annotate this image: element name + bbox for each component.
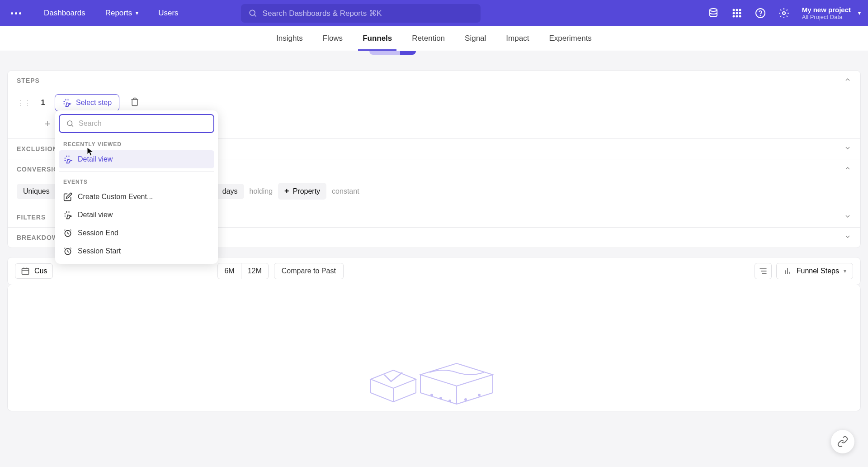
cursor-click-icon bbox=[62, 98, 71, 107]
filters-section-title: FILTERS bbox=[17, 214, 46, 221]
range-6m-button[interactable]: 6M bbox=[218, 263, 241, 279]
global-search[interactable]: Search Dashboards & Reports ⌘K bbox=[241, 4, 481, 23]
tab-signal[interactable]: Signal bbox=[465, 26, 486, 51]
dropdown-item-detail-view-recent[interactable]: Detail view bbox=[59, 150, 214, 168]
add-step-button[interactable]: + bbox=[42, 119, 53, 129]
help-button[interactable] bbox=[755, 8, 766, 19]
dropdown-item-label: Session Start bbox=[78, 247, 121, 255]
svg-line-1 bbox=[254, 15, 256, 17]
svg-point-3 bbox=[733, 10, 734, 11]
dropdown-item-session-end[interactable]: Session End bbox=[59, 224, 214, 242]
dropdown-divider bbox=[59, 171, 214, 172]
funnel-steps-selector[interactable]: Funnel Steps ▾ bbox=[776, 263, 853, 279]
nav-reports[interactable]: Reports ▾ bbox=[97, 5, 147, 21]
tab-retention[interactable]: Retention bbox=[412, 26, 445, 51]
date-range-custom-label: Cus bbox=[34, 267, 47, 275]
cursor-click-icon bbox=[63, 210, 72, 219]
svg-point-5 bbox=[739, 10, 741, 11]
app-menu-button[interactable] bbox=[7, 9, 25, 18]
database-icon bbox=[708, 8, 719, 19]
svg-point-14 bbox=[783, 12, 785, 14]
tab-experiments[interactable]: Experiments bbox=[549, 26, 591, 51]
select-step-button[interactable]: Select step bbox=[55, 94, 119, 111]
chevron-down-icon: ▾ bbox=[858, 10, 861, 16]
clock-icon bbox=[63, 247, 72, 256]
svg-point-11 bbox=[739, 16, 741, 17]
chevron-down-icon: ▾ bbox=[844, 268, 846, 274]
funnel-steps-label: Funnel Steps bbox=[797, 267, 839, 275]
step-number: 1 bbox=[38, 99, 47, 107]
property-label: Property bbox=[293, 187, 320, 195]
project-name: My new project bbox=[802, 6, 851, 14]
project-subtitle: All Project Data bbox=[802, 14, 851, 20]
svg-point-7 bbox=[736, 13, 737, 14]
dropdown-item-label: Detail view bbox=[78, 155, 113, 163]
tab-funnels[interactable]: Funnels bbox=[363, 26, 392, 51]
chart-placeholder bbox=[7, 285, 861, 411]
dropdown-search-input[interactable] bbox=[79, 119, 207, 128]
settings-button[interactable] bbox=[778, 8, 789, 19]
svg-point-9 bbox=[733, 16, 734, 17]
link-fab[interactable] bbox=[831, 430, 854, 453]
nav-users[interactable]: Users bbox=[150, 5, 186, 21]
step-selector-dropdown: RECENTLY VIEWED Detail view EVENTS Creat… bbox=[55, 110, 218, 264]
drag-handle-icon[interactable]: ⋮⋮ bbox=[17, 99, 31, 107]
chevron-down-icon: ▾ bbox=[136, 10, 138, 16]
svg-point-10 bbox=[736, 16, 737, 17]
nav-dashboards[interactable]: Dashboards bbox=[36, 5, 94, 21]
breakdowns-expand-toggle[interactable] bbox=[844, 233, 851, 242]
progress-pill bbox=[369, 51, 416, 55]
svg-point-27 bbox=[449, 400, 451, 402]
filters-expand-toggle[interactable] bbox=[844, 213, 851, 222]
conversion-holding-text: holding bbox=[250, 187, 273, 195]
svg-line-31 bbox=[71, 125, 73, 126]
dropdown-search-container bbox=[59, 114, 214, 133]
time-range-group: 6M 12M bbox=[217, 263, 268, 279]
recently-viewed-label: RECENTLY VIEWED bbox=[59, 137, 214, 150]
project-selector[interactable]: My new project All Project Data ▾ bbox=[802, 6, 861, 20]
conversion-property-button[interactable]: + Property bbox=[278, 183, 326, 200]
grid-icon bbox=[731, 8, 742, 19]
tab-impact[interactable]: Impact bbox=[506, 26, 529, 51]
search-icon bbox=[248, 9, 257, 18]
bar-chart-icon bbox=[783, 267, 792, 276]
chevron-down-icon bbox=[844, 213, 851, 220]
conversion-days-chip[interactable]: days bbox=[216, 184, 244, 199]
lexicon-button[interactable] bbox=[708, 8, 719, 19]
link-icon bbox=[837, 436, 848, 447]
conversion-uniques-chip[interactable]: Uniques bbox=[17, 184, 56, 199]
svg-point-26 bbox=[440, 397, 442, 399]
select-step-label: Select step bbox=[76, 99, 112, 107]
edit-icon bbox=[63, 192, 72, 201]
tab-flows[interactable]: Flows bbox=[323, 26, 343, 51]
help-icon bbox=[755, 8, 766, 19]
empty-state-illustration bbox=[353, 348, 515, 411]
nav-reports-label: Reports bbox=[105, 9, 132, 18]
dropdown-item-label: Session End bbox=[78, 229, 118, 237]
dropdown-item-label: Detail view bbox=[78, 211, 113, 219]
list-view-button[interactable] bbox=[755, 263, 772, 279]
dropdown-item-detail-view[interactable]: Detail view bbox=[59, 206, 214, 224]
chevron-down-icon bbox=[844, 233, 851, 240]
tab-insights[interactable]: Insights bbox=[276, 26, 303, 51]
svg-point-28 bbox=[465, 399, 467, 400]
chevron-up-icon bbox=[844, 76, 851, 83]
plus-icon: + bbox=[284, 186, 289, 196]
svg-point-13 bbox=[760, 15, 760, 16]
svg-point-25 bbox=[431, 394, 433, 396]
svg-point-6 bbox=[733, 13, 734, 14]
clock-icon bbox=[63, 229, 72, 238]
compare-to-past-button[interactable]: Compare to Past bbox=[274, 263, 344, 279]
steps-section-title: STEPS bbox=[17, 77, 40, 84]
conversion-constant-text: constant bbox=[332, 187, 359, 195]
apps-button[interactable] bbox=[731, 8, 742, 19]
dropdown-item-create-custom-event[interactable]: Create Custom Event... bbox=[59, 188, 214, 206]
conversion-collapse-toggle[interactable] bbox=[844, 165, 851, 174]
exclusion-expand-toggle[interactable] bbox=[844, 144, 851, 153]
delete-step-button[interactable] bbox=[130, 97, 139, 108]
cursor-click-icon bbox=[63, 155, 72, 164]
dropdown-item-session-start[interactable]: Session Start bbox=[59, 242, 214, 260]
date-range-selector[interactable]: Cus bbox=[15, 263, 53, 279]
range-12m-button[interactable]: 12M bbox=[241, 263, 268, 279]
steps-collapse-toggle[interactable] bbox=[844, 76, 851, 85]
